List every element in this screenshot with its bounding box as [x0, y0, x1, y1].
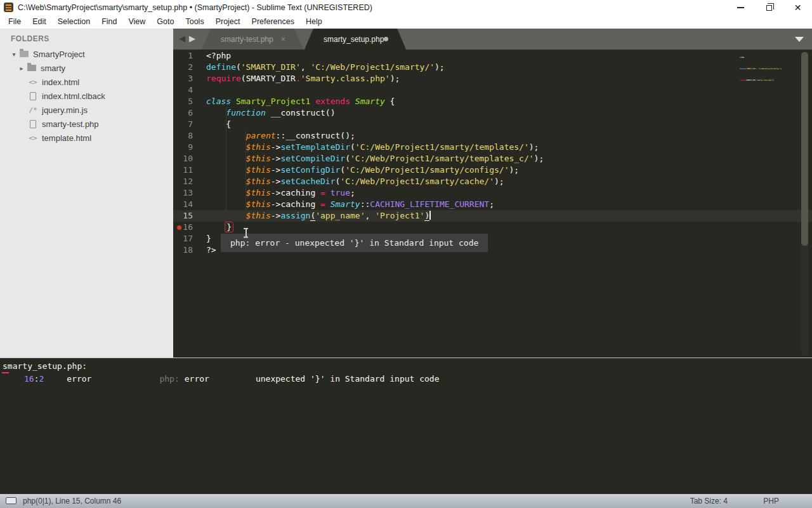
code-line: <?php: [740, 52, 787, 64]
code-text: <?php: [193, 50, 231, 62]
menu-bar: FileEditSelectionFindViewGotoToolsProjec…: [0, 15, 812, 29]
code-text: {: [193, 119, 231, 130]
code-text: $this->setConfigDir('C:/Web/Project1/sma…: [193, 164, 519, 176]
code-line[interactable]: 11 $this->setConfigDir('C:/Web/Project1/…: [173, 164, 812, 176]
minimap[interactable]: <?phpdefine('SMARTY_DIR', 'C:/Web/Projec…: [740, 52, 787, 97]
menu-item-edit[interactable]: Edit: [27, 15, 52, 28]
restore-button[interactable]: [755, 0, 783, 15]
line-number: 4: [173, 84, 193, 96]
code-text: function __construct(): [193, 107, 336, 119]
tab-close-icon[interactable]: ×: [281, 35, 285, 44]
code-text: require(SMARTY_DIR.'Smarty.class.php');: [740, 75, 774, 86]
tab-smarty_setup.php[interactable]: smarty_setup.php: [304, 29, 406, 50]
line-number: 18: [173, 244, 193, 256]
line-number: 14: [173, 199, 193, 210]
code-line[interactable]: 10 $this->setCompileDir('C:/Web/Project1…: [173, 153, 812, 164]
sidebar-item-label: jquery.min.js: [42, 105, 88, 115]
code-line: define('SMARTY_DIR', 'C:/Web/Project1/sm…: [740, 64, 787, 75]
mouse-ibeam-cursor: [243, 228, 249, 237]
code-text: $this->caching = true;: [193, 187, 355, 199]
chevron-down-icon[interactable]: ▾: [10, 51, 18, 58]
code-text: parent::__construct();: [193, 130, 355, 142]
menu-item-selection[interactable]: Selection: [52, 15, 96, 28]
code-line[interactable]: 5class Smarty_Project1 extends Smarty {: [173, 96, 812, 107]
sidebar-item-jquery.min.js[interactable]: /*jquery.min.js: [0, 103, 173, 117]
line-number: 10: [173, 153, 193, 164]
modified-dot-icon: [384, 37, 388, 41]
editor-content[interactable]: 1<?php2define('SMARTY_DIR', 'C:/Web/Proj…: [173, 50, 812, 358]
restore-icon: [766, 5, 772, 11]
code-line[interactable]: 6 function __construct(): [173, 107, 812, 119]
syntax-status[interactable]: PHP: [763, 497, 779, 505]
close-icon: ✕: [794, 3, 802, 12]
sidebar: FOLDERS ▾SmartyProject▸smarty<>index.htm…: [0, 29, 173, 358]
line-number: 6: [173, 107, 193, 119]
sidebar-item-template.html[interactable]: <>template.html: [0, 131, 173, 145]
error-dot-icon: [177, 225, 181, 230]
output-error-source-kind: error: [185, 373, 209, 384]
code-text: }: [193, 233, 211, 244]
menu-item-view[interactable]: View: [122, 15, 151, 28]
sidebar-item-smarty[interactable]: ▸smarty: [0, 61, 173, 75]
code-line: require(SMARTY_DIR.'Smarty.class.php');: [740, 75, 787, 86]
code-text: <?php: [740, 52, 744, 64]
line-number: 1: [173, 50, 193, 62]
menu-item-tools[interactable]: Tools: [180, 15, 209, 28]
folders-header: FOLDERS: [0, 29, 173, 47]
code-line[interactable]: 16 }: [173, 222, 812, 233]
html-icon: <>: [28, 134, 38, 142]
panel-toggle-icon[interactable]: [6, 497, 16, 504]
minimize-button[interactable]: [726, 0, 755, 15]
code-line[interactable]: 4: [173, 84, 812, 96]
code-line[interactable]: 1<?php: [173, 50, 812, 62]
code-text: $this->caching = Smarty::CACHING_LIFETIM…: [193, 199, 494, 210]
text-caret: [429, 211, 431, 220]
code-line[interactable]: 15 $this->assign('app_name', 'Project1'): [173, 210, 812, 222]
folder-tree: ▾SmartyProject▸smarty<>index.htmlindex.h…: [0, 47, 173, 145]
menu-item-preferences[interactable]: Preferences: [246, 15, 300, 28]
code-text: [193, 84, 206, 96]
menu-item-find[interactable]: Find: [96, 15, 122, 28]
menu-item-help[interactable]: Help: [300, 15, 328, 28]
code-line[interactable]: 3require(SMARTY_DIR.'Smarty.class.php');: [173, 73, 812, 84]
scrollbar-thumb[interactable]: [801, 52, 808, 246]
code-line[interactable]: 13 $this->caching = true;: [173, 187, 812, 199]
js-icon: /*: [28, 106, 38, 114]
sidebar-item-SmartyProject[interactable]: ▾SmartyProject: [0, 47, 173, 61]
code-text: $this->setCacheDir('C:/Web/Project1/smar…: [193, 176, 504, 187]
title-bar: C:\Web\SmartyProject\smarty\smarty_setup…: [0, 0, 812, 15]
code-line[interactable]: 8 parent::__construct();: [173, 130, 812, 142]
code-line[interactable]: 7 {: [173, 119, 812, 130]
tab-label: smarty_setup.php: [324, 35, 384, 44]
sublime-text-window: C:\Web\SmartyProject\smarty\smarty_setup…: [0, 0, 812, 508]
code-line[interactable]: 9 $this->setTemplateDir('C:/Web/Project1…: [173, 142, 812, 153]
output-error-row[interactable]: 16:2 error php: error unexpected '}' in …: [0, 373, 812, 384]
menu-item-file[interactable]: File: [3, 15, 27, 28]
tabs: smarty-test.php×smarty_setup.php: [202, 29, 407, 50]
line-number: 7: [173, 119, 193, 130]
file-icon: [28, 120, 38, 128]
code-area[interactable]: 1<?php2define('SMARTY_DIR', 'C:/Web/Proj…: [173, 50, 812, 256]
code-line[interactable]: 14 $this->caching = Smarty::CACHING_LIFE…: [173, 199, 812, 210]
tab-size-status[interactable]: Tab Size: 4: [690, 497, 728, 505]
code-text: require(SMARTY_DIR.'Smarty.class.php');: [193, 73, 400, 84]
folder-shape: [20, 51, 29, 57]
tab-scroll-left-icon[interactable]: ◀: [179, 33, 185, 44]
sidebar-item-smarty-test.php[interactable]: smarty-test.php: [0, 117, 173, 131]
code-line[interactable]: 12 $this->setCacheDir('C:/Web/Project1/s…: [173, 176, 812, 187]
sidebar-item-index.html.clback[interactable]: index.html.clback: [0, 89, 173, 103]
menu-item-project[interactable]: Project: [210, 15, 246, 28]
tab-smarty-test.php[interactable]: smarty-test.php×: [202, 29, 303, 50]
close-button[interactable]: ✕: [783, 0, 812, 15]
code-text: define('SMARTY_DIR', 'C:/Web/Project1/sm…: [740, 64, 782, 75]
sidebar-item-index.html[interactable]: <>index.html: [0, 75, 173, 89]
code-line[interactable]: 2define('SMARTY_DIR', 'C:/Web/Project1/s…: [173, 62, 812, 73]
tab-scroll-right-icon[interactable]: ▶: [189, 33, 195, 44]
minimize-icon: [737, 7, 744, 8]
error-tooltip: php: error - unexpected '}' in Standard …: [221, 234, 488, 252]
tab-label: smarty-test.php: [221, 35, 281, 44]
tab-overflow-icon[interactable]: [795, 37, 804, 42]
chevron-right-icon[interactable]: ▸: [18, 65, 25, 72]
menu-item-goto[interactable]: Goto: [151, 15, 180, 28]
line-number: 5: [173, 96, 193, 107]
